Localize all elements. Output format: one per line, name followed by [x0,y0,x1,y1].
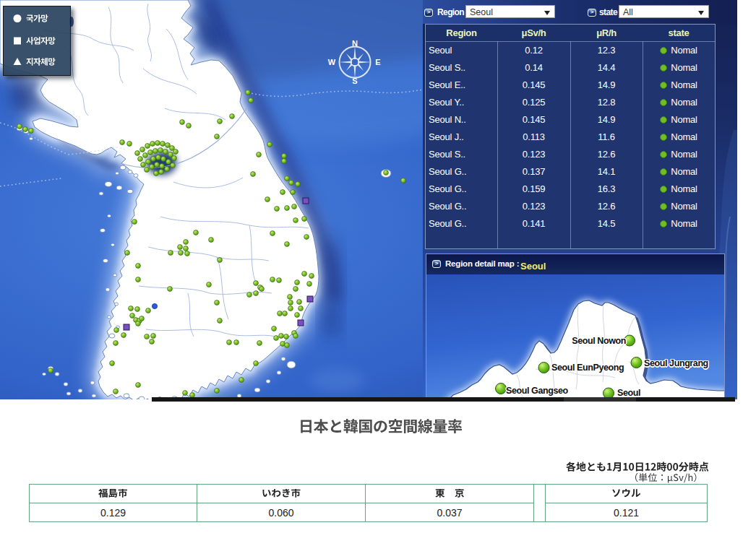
svg-text:N: N [352,39,358,48]
svg-text:W: W [328,58,336,66]
svg-text:E: E [375,58,380,66]
svg-text:S: S [352,77,357,85]
